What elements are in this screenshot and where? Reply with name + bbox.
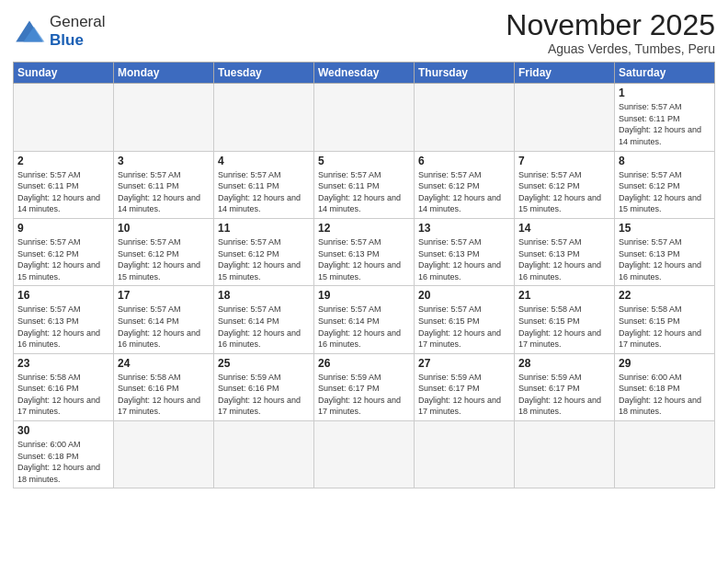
day-info: Sunrise: 5:57 AM Sunset: 6:11 PM Dayligh… [619,101,711,147]
calendar-cell [314,421,415,488]
calendar-cell: 19Sunrise: 5:57 AM Sunset: 6:14 PM Dayli… [314,286,415,353]
day-info: Sunrise: 5:57 AM Sunset: 6:14 PM Dayligh… [218,304,310,350]
calendar-cell: 10Sunrise: 5:57 AM Sunset: 6:12 PM Dayli… [114,218,214,285]
day-info: Sunrise: 5:57 AM Sunset: 6:12 PM Dayligh… [518,169,610,215]
day-info: Sunrise: 5:57 AM Sunset: 6:12 PM Dayligh… [218,236,310,282]
col-saturday: Saturday [615,63,715,84]
day-number: 16 [17,289,109,302]
day-info: Sunrise: 5:57 AM Sunset: 6:12 PM Dayligh… [619,169,711,215]
day-info: Sunrise: 5:57 AM Sunset: 6:13 PM Dayligh… [17,304,109,350]
calendar-cell [114,84,214,151]
calendar-cell: 16Sunrise: 5:57 AM Sunset: 6:13 PM Dayli… [14,286,114,353]
day-number: 27 [418,357,510,370]
calendar-cell: 14Sunrise: 5:57 AM Sunset: 6:13 PM Dayli… [515,218,615,285]
day-number: 26 [318,357,410,370]
calendar-cell: 22Sunrise: 5:58 AM Sunset: 6:15 PM Dayli… [615,286,715,353]
month-title: November 2025 [506,9,715,41]
generalblue-icon [13,17,46,45]
day-info: Sunrise: 5:58 AM Sunset: 6:15 PM Dayligh… [619,304,711,350]
day-info: Sunrise: 5:57 AM Sunset: 6:12 PM Dayligh… [418,169,510,215]
day-info: Sunrise: 5:57 AM Sunset: 6:12 PM Dayligh… [118,236,210,282]
calendar-cell [415,421,515,488]
calendar-cell: 25Sunrise: 5:59 AM Sunset: 6:16 PM Dayli… [214,353,314,420]
day-info: Sunrise: 5:57 AM Sunset: 6:11 PM Dayligh… [17,169,109,215]
day-number: 12 [318,222,410,235]
day-number: 2 [17,155,109,167]
day-number: 4 [218,155,310,167]
calendar-cell: 13Sunrise: 5:57 AM Sunset: 6:13 PM Dayli… [415,218,515,285]
day-number: 15 [619,222,711,235]
day-info: Sunrise: 5:59 AM Sunset: 6:17 PM Dayligh… [418,372,510,418]
calendar-cell [515,84,615,151]
location: Aguas Verdes, Tumbes, Peru [506,41,715,56]
col-friday: Friday [515,63,615,84]
day-number: 29 [619,357,711,370]
day-number: 11 [218,222,310,235]
calendar-cell: 29Sunrise: 6:00 AM Sunset: 6:18 PM Dayli… [615,353,715,420]
day-number: 13 [418,222,510,235]
day-info: Sunrise: 5:58 AM Sunset: 6:16 PM Dayligh… [118,372,210,418]
page: General Blue November 2025 Aguas Verdes,… [0,0,728,563]
calendar-cell: 28Sunrise: 5:59 AM Sunset: 6:17 PM Dayli… [515,353,615,420]
calendar-cell: 27Sunrise: 5:59 AM Sunset: 6:17 PM Dayli… [415,353,515,420]
calendar-cell [214,421,314,488]
day-number: 20 [418,289,510,302]
calendar-week-row: 23Sunrise: 5:58 AM Sunset: 6:16 PM Dayli… [14,353,715,420]
day-number: 21 [518,289,610,302]
day-number: 18 [218,289,310,302]
day-number: 5 [318,155,410,167]
day-number: 30 [17,424,109,437]
calendar-cell [14,84,114,151]
calendar-cell: 3Sunrise: 5:57 AM Sunset: 6:11 PM Daylig… [114,151,214,218]
col-wednesday: Wednesday [314,63,415,84]
calendar-cell [314,84,415,151]
day-info: Sunrise: 5:57 AM Sunset: 6:13 PM Dayligh… [418,236,510,282]
col-sunday: Sunday [14,63,114,84]
calendar-cell: 18Sunrise: 5:57 AM Sunset: 6:14 PM Dayli… [214,286,314,353]
day-info: Sunrise: 5:57 AM Sunset: 6:13 PM Dayligh… [518,236,610,282]
day-info: Sunrise: 5:57 AM Sunset: 6:14 PM Dayligh… [118,304,210,350]
day-info: Sunrise: 5:57 AM Sunset: 6:11 PM Dayligh… [318,169,410,215]
calendar-cell: 15Sunrise: 5:57 AM Sunset: 6:13 PM Dayli… [615,218,715,285]
day-number: 14 [518,222,610,235]
day-info: Sunrise: 5:59 AM Sunset: 6:17 PM Dayligh… [318,372,410,418]
calendar-cell: 30Sunrise: 6:00 AM Sunset: 6:18 PM Dayli… [14,421,114,488]
logo: General Blue [13,13,105,49]
calendar-week-row: 16Sunrise: 5:57 AM Sunset: 6:13 PM Dayli… [14,286,715,353]
title-block: November 2025 Aguas Verdes, Tumbes, Peru [506,9,715,56]
calendar-week-row: 9Sunrise: 5:57 AM Sunset: 6:12 PM Daylig… [14,218,715,285]
day-info: Sunrise: 5:58 AM Sunset: 6:15 PM Dayligh… [518,304,610,350]
day-number: 17 [118,289,210,302]
day-info: Sunrise: 5:57 AM Sunset: 6:15 PM Dayligh… [418,304,510,350]
day-info: Sunrise: 5:59 AM Sunset: 6:17 PM Dayligh… [518,372,610,418]
day-number: 7 [518,155,610,167]
day-number: 6 [418,155,510,167]
calendar-cell: 12Sunrise: 5:57 AM Sunset: 6:13 PM Dayli… [314,218,415,285]
calendar-cell: 17Sunrise: 5:57 AM Sunset: 6:14 PM Dayli… [114,286,214,353]
day-info: Sunrise: 5:57 AM Sunset: 6:11 PM Dayligh… [118,169,210,215]
day-info: Sunrise: 5:57 AM Sunset: 6:12 PM Dayligh… [17,236,109,282]
day-number: 22 [619,289,711,302]
calendar-cell [114,421,214,488]
calendar-week-row: 2Sunrise: 5:57 AM Sunset: 6:11 PM Daylig… [14,151,715,218]
calendar-table: Sunday Monday Tuesday Wednesday Thursday… [13,62,715,488]
calendar-cell: 20Sunrise: 5:57 AM Sunset: 6:15 PM Dayli… [415,286,515,353]
col-tuesday: Tuesday [214,63,314,84]
header: General Blue November 2025 Aguas Verdes,… [13,9,715,56]
calendar-cell: 7Sunrise: 5:57 AM Sunset: 6:12 PM Daylig… [515,151,615,218]
calendar-cell [214,84,314,151]
day-info: Sunrise: 5:57 AM Sunset: 6:13 PM Dayligh… [619,236,711,282]
calendar-week-row: 1Sunrise: 5:57 AM Sunset: 6:11 PM Daylig… [14,84,715,151]
calendar-cell: 6Sunrise: 5:57 AM Sunset: 6:12 PM Daylig… [415,151,515,218]
calendar-cell: 21Sunrise: 5:58 AM Sunset: 6:15 PM Dayli… [515,286,615,353]
calendar-cell: 26Sunrise: 5:59 AM Sunset: 6:17 PM Dayli… [314,353,415,420]
day-number: 25 [218,357,310,370]
calendar-cell: 11Sunrise: 5:57 AM Sunset: 6:12 PM Dayli… [214,218,314,285]
calendar-cell: 2Sunrise: 5:57 AM Sunset: 6:11 PM Daylig… [14,151,114,218]
day-number: 10 [118,222,210,235]
calendar-cell: 9Sunrise: 5:57 AM Sunset: 6:12 PM Daylig… [14,218,114,285]
day-info: Sunrise: 5:57 AM Sunset: 6:14 PM Dayligh… [318,304,410,350]
day-info: Sunrise: 5:57 AM Sunset: 6:13 PM Dayligh… [318,236,410,282]
calendar-cell [615,421,715,488]
day-info: Sunrise: 5:57 AM Sunset: 6:11 PM Dayligh… [218,169,310,215]
